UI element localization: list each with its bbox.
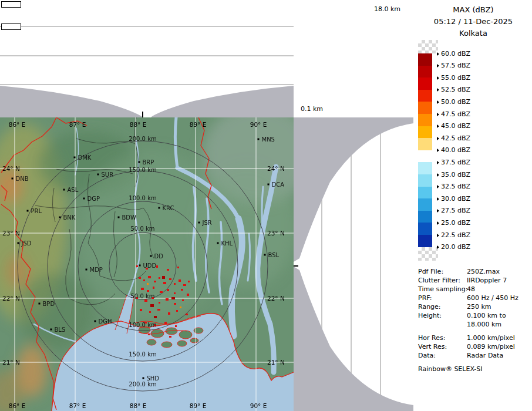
info-label: PRF: [418, 294, 467, 302]
ew-height-panel [0, 0, 294, 117]
legend-swatch [418, 211, 432, 223]
legend-level-label: 57.5 dBZ [437, 62, 470, 69]
city-marker [12, 178, 14, 180]
legend-swatch [418, 102, 432, 114]
latitude-label-right: 22° N [267, 295, 285, 302]
info-value: 1.000 km/pixel [467, 334, 515, 342]
info-row: Height:0.100 km to [418, 311, 532, 320]
product-datetime: 05:12 / 11-Dec-2025 [415, 16, 532, 28]
legend-level-label: 25.0 dBZ [437, 220, 470, 226]
range-ring-label: 200.0 km [129, 136, 156, 142]
legend-tick-icon [437, 76, 439, 80]
software-name: Rainbow® SELEX-SI [418, 365, 532, 373]
legend-level-label: 30.0 dBZ [437, 196, 470, 202]
longitude-label-top: 87° E [69, 121, 86, 128]
city-marker [83, 198, 85, 200]
legend-tick-icon [437, 149, 439, 152]
info-value: 18.000 km [467, 321, 501, 328]
city-label: DMK [78, 154, 92, 161]
city-marker [95, 321, 96, 322]
longitude-label-top: 89° E [190, 121, 207, 128]
info-row: Hor Res:1.000 km/pixel [418, 333, 532, 342]
legend-sidebar: MAX (dBZ) 05:12 / 11-Dec-2025 Kolkata 60… [415, 0, 532, 411]
legend-tick-icon [437, 52, 439, 56]
info-value: 250 km [467, 303, 491, 311]
legend-tick-icon [437, 185, 439, 188]
city-marker [74, 157, 76, 159]
city-label: BRP [143, 159, 154, 166]
legend-swatch [418, 150, 432, 163]
city-label: MDP [90, 267, 103, 273]
city-label: KHL [221, 240, 233, 247]
city-label: BLS [55, 326, 66, 333]
info-label: Range: [418, 302, 467, 311]
legend-swatch [418, 53, 432, 66]
city-marker [159, 207, 160, 209]
latitude-label-right: 21° N [267, 359, 285, 366]
radar-map: 86° E86° E87° E87° E88° E88° E89° E89° E… [0, 117, 294, 411]
scale-marker-box [1, 1, 21, 8]
no-data-wedge-right [151, 86, 294, 117]
legend-level-label: 27.5 dBZ [437, 207, 470, 214]
info-row: Data:Radar Data [418, 351, 532, 360]
city-marker [258, 139, 260, 140]
info-row: PRF:600 Hz / 450 Hz [418, 294, 532, 302]
info-label: Vert Res: [418, 342, 467, 351]
city-label: BSL [268, 252, 280, 258]
latitude-label-right: 24° N [267, 165, 285, 172]
latitude-label-left: 23° N [2, 230, 20, 237]
city-marker [150, 255, 152, 257]
legend-level-label: 40.0 dBZ [437, 147, 470, 153]
city-label: JSR [202, 220, 212, 226]
info-label: Hor Res: [418, 333, 467, 342]
latitude-label-left: 24° N [2, 165, 20, 172]
city-marker [50, 329, 52, 331]
legend-tick-icon [437, 113, 439, 116]
legend-swatch [418, 78, 432, 90]
city-marker [264, 254, 266, 256]
legend-tick-icon [437, 209, 439, 213]
scale-marker-box [1, 23, 21, 30]
legend-tick-icon [437, 124, 439, 128]
legend-swatch [418, 174, 432, 187]
product-info-rows: Pdf File:250Z.maxClutter Filter:IIRDoppl… [418, 267, 532, 360]
city-label: UDD [143, 262, 157, 269]
legend-tick-icon [437, 161, 439, 164]
longitude-label-bottom: 86° E [9, 402, 26, 409]
city-label: KRC [163, 205, 174, 211]
latitude-label-left: 22° N [2, 295, 20, 302]
longitude-label-top: 90° E [250, 121, 267, 128]
legend-swatch [418, 90, 432, 102]
product-info: Pdf File:250Z.maxClutter Filter:IIRDoppl… [418, 267, 532, 373]
city-marker [268, 184, 270, 186]
no-data-wedge-left [0, 86, 143, 117]
city-label: DGP [87, 196, 100, 202]
legend-level-label: 22.5 dBZ [437, 232, 470, 238]
city-marker [63, 189, 65, 191]
legend-swatch [418, 138, 432, 150]
legend-tick-icon [437, 197, 439, 201]
legend-level-label: 47.5 dBZ [437, 111, 470, 117]
legend-tick-icon [437, 221, 439, 225]
info-label: Data: [418, 351, 467, 360]
longitude-label-top: 86° E [9, 121, 26, 128]
longitude-label-bottom: 89° E [190, 402, 207, 409]
city-marker [97, 174, 99, 176]
info-value: Radar Data [467, 352, 503, 359]
info-value: 0.089 km/pixel [467, 343, 515, 351]
city-marker [27, 210, 29, 212]
ns-height-panel [294, 117, 415, 411]
legend-level-label: 20.0 dBZ [437, 244, 470, 250]
height-axis-min-label: 0.1 km [301, 105, 323, 113]
city-marker [18, 242, 19, 244]
info-label: Clutter Filter: [418, 276, 467, 285]
latitude-label-right: 23° N [267, 230, 285, 237]
range-ring-label: 150.0 km [129, 167, 156, 173]
legend-swatch [418, 66, 432, 78]
legend-tick-icon [437, 234, 439, 237]
legend-level-label: 37.5 dBZ [437, 159, 470, 166]
longitude-label-bottom: 88° E [130, 402, 147, 409]
city-marker [59, 217, 61, 218]
city-label: MNS [262, 136, 275, 143]
legend-swatch [418, 223, 432, 235]
